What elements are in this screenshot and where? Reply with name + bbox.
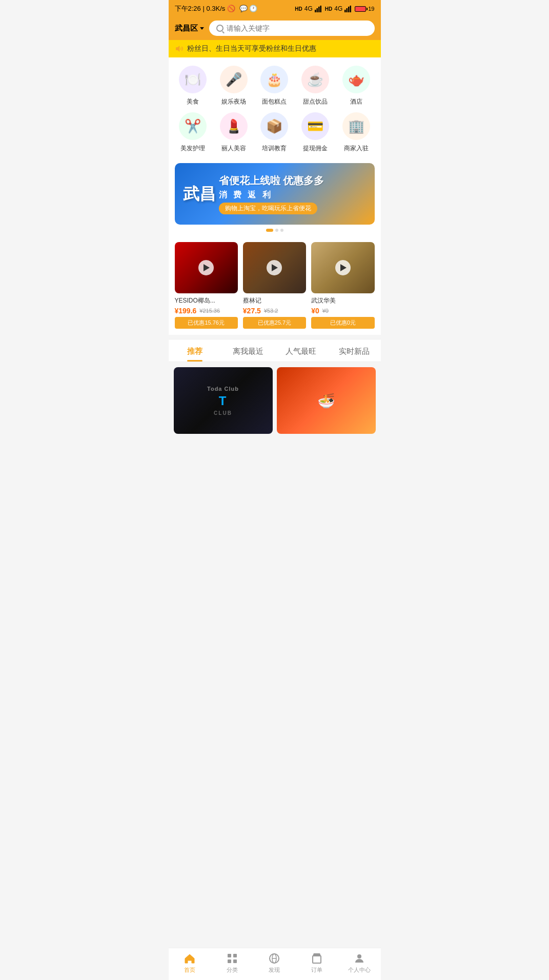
discount-btn-1[interactable]: 已优惠15.76元: [175, 317, 238, 329]
banner-section: 武昌 省便花上线啦 优惠多多 消 费 返 利 购物上淘宝，吃喝玩乐上省便花: [169, 157, 381, 236]
category-item-6[interactable]: ✂️ 美发护理: [173, 112, 214, 153]
category-label-2: 娱乐夜场: [221, 97, 246, 106]
video-title-1: YESIDO椰岛...: [175, 296, 238, 305]
category-label-5: 酒店: [350, 97, 362, 106]
discount-btn-2[interactable]: 已优惠25.7元: [243, 317, 306, 329]
category-icon-9: 💳: [301, 112, 329, 140]
dot-2: [275, 229, 278, 232]
category-icon-3: 🎂: [260, 66, 288, 93]
recommend-grid: Toda Club T CLUB 🍜: [169, 362, 381, 475]
category-icon-2: 🎤: [220, 66, 248, 93]
price-current-1: ¥199.6: [175, 307, 197, 315]
banner-content: 省便花上线啦 优惠多多 消 费 返 利 购物上淘宝，吃喝玩乐上省便花: [219, 174, 367, 214]
announcement-text: 粉丝日、生日当天可享受粉丝和生日优惠: [187, 44, 316, 53]
category-label-10: 商家入驻: [344, 144, 369, 153]
video-section: YESIDO椰岛... ¥199.6 ¥215.36 已优惠15.76元 蔡林记…: [169, 236, 381, 335]
tab-2[interactable]: 离我最近: [221, 339, 275, 362]
svg-rect-5: [347, 8, 348, 12]
video-cards: YESIDO椰岛... ¥199.6 ¥215.36 已优惠15.76元 蔡林记…: [175, 242, 375, 329]
category-item-4[interactable]: ☕ 甜点饮品: [295, 66, 336, 106]
play-button-3[interactable]: [335, 260, 351, 275]
status-time-network: 下午2:26 | 0.3K/s 🚫 💬 🕐: [175, 4, 258, 13]
category-item-9[interactable]: 💳 提现佣金: [295, 112, 336, 153]
tab-4[interactable]: 实时新品: [328, 339, 381, 362]
tabs-header: 推荐离我最近人气最旺实时新品: [169, 339, 381, 362]
video-card-3[interactable]: 武汉华美 ¥0 ¥0 已优惠0元: [311, 242, 374, 329]
category-icon-7: 💄: [220, 112, 248, 140]
category-item-3[interactable]: 🎂 面包糕点: [254, 66, 295, 106]
chevron-down-icon: [200, 27, 204, 30]
header: 武昌区: [169, 16, 381, 40]
tab-3[interactable]: 人气最旺: [275, 339, 328, 362]
dot-3: [280, 229, 283, 232]
battery-icon: [355, 6, 366, 12]
video-thumb-3: [311, 242, 374, 293]
search-bar[interactable]: [209, 21, 375, 36]
category-item-2[interactable]: 🎤 娱乐夜场: [213, 66, 254, 106]
status-icons: HD 4G HD 4G 19: [295, 5, 374, 12]
category-label-1: 美食: [187, 97, 199, 106]
category-item-10[interactable]: 🏢 商家入驻: [336, 112, 377, 153]
category-label-9: 提现佣金: [303, 144, 328, 153]
tab-1[interactable]: 推荐: [169, 339, 222, 362]
video-title-3: 武汉华美: [311, 296, 374, 305]
search-input[interactable]: [227, 24, 368, 32]
banner-tag: 购物上淘宝，吃喝玩乐上省便花: [219, 203, 317, 214]
price-row-3: ¥0 ¥0: [311, 307, 374, 315]
svg-rect-0: [315, 10, 316, 12]
svg-rect-4: [344, 10, 346, 12]
price-current-3: ¥0: [311, 307, 319, 315]
dot-1: [266, 229, 273, 232]
banner-wuchang: 武昌: [183, 186, 216, 202]
category-label-7: 丽人美容: [221, 144, 246, 153]
svg-rect-2: [318, 7, 320, 12]
status-bar: 下午2:26 | 0.3K/s 🚫 💬 🕐 HD 4G HD 4G 19: [169, 0, 381, 16]
discount-btn-3[interactable]: 已优惠0元: [311, 317, 374, 329]
banner-dots: [175, 225, 375, 234]
category-icon-10: 🏢: [342, 112, 370, 140]
video-card-1[interactable]: YESIDO椰岛... ¥199.6 ¥215.36 已优惠15.76元: [175, 242, 238, 329]
video-thumb-2: [243, 242, 306, 293]
recommend-card-2[interactable]: 🍜: [277, 367, 376, 434]
category-label-3: 面包糕点: [262, 97, 287, 106]
location-button[interactable]: 武昌区: [175, 24, 204, 33]
category-item-5[interactable]: 🫖 酒店: [336, 66, 377, 106]
video-title-2: 蔡林记: [243, 296, 306, 305]
banner-subtitle: 消 费 返 利: [219, 190, 367, 201]
play-icon-2: [272, 264, 278, 271]
location-label: 武昌区: [175, 24, 198, 33]
category-icon-1: 🍽️: [179, 66, 207, 93]
banner-title: 省便花上线啦 优惠多多: [219, 174, 367, 188]
search-icon: [216, 25, 223, 32]
video-thumb-1: [175, 242, 238, 293]
price-row-2: ¥27.5 ¥53.2: [243, 307, 306, 315]
banner[interactable]: 武昌 省便花上线啦 优惠多多 消 费 返 利 购物上淘宝，吃喝玩乐上省便花: [175, 163, 375, 225]
svg-rect-3: [320, 6, 321, 12]
svg-rect-1: [316, 8, 318, 12]
price-current-2: ¥27.5: [243, 307, 261, 315]
recommend-card-1[interactable]: Toda Club T CLUB: [174, 367, 273, 434]
announcement-bar: 粉丝日、生日当天可享受粉丝和生日优惠: [169, 40, 381, 57]
video-card-2[interactable]: 蔡林记 ¥27.5 ¥53.2 已优惠25.7元: [243, 242, 306, 329]
play-icon-3: [340, 264, 347, 271]
play-button-1[interactable]: [198, 260, 214, 275]
svg-rect-7: [350, 6, 352, 12]
price-original-3: ¥0: [322, 308, 329, 314]
category-item-7[interactable]: 💄 丽人美容: [213, 112, 254, 153]
speaker-icon: [175, 45, 183, 53]
play-button-2[interactable]: [267, 260, 282, 275]
category-item-1[interactable]: 🍽️ 美食: [173, 66, 214, 106]
category-grid: 🍽️ 美食 🎤 娱乐夜场 🎂 面包糕点 ☕ 甜点饮品 🫖 酒店 ✂️ 美发护理 …: [169, 57, 381, 157]
category-item-8[interactable]: 📦 培训教育: [254, 112, 295, 153]
svg-marker-8: [176, 46, 179, 52]
category-icon-8: 📦: [260, 112, 288, 140]
category-label-8: 培训教育: [262, 144, 287, 153]
category-icon-5: 🫖: [342, 66, 370, 93]
price-original-1: ¥215.36: [199, 308, 220, 314]
category-label-4: 甜点饮品: [303, 97, 328, 106]
category-label-6: 美发护理: [180, 144, 205, 153]
svg-rect-6: [348, 7, 350, 12]
play-icon-1: [204, 264, 210, 271]
price-row-1: ¥199.6 ¥215.36: [175, 307, 238, 315]
recommend-img-1: Toda Club T CLUB: [174, 367, 273, 434]
